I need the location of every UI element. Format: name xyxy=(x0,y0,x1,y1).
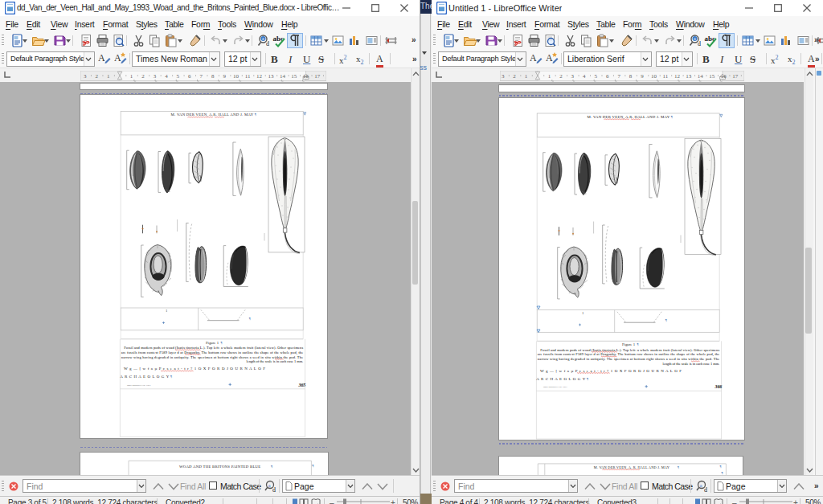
svg-text:365: 365 xyxy=(297,382,305,387)
svg-text:366: 366 xyxy=(714,384,722,389)
svg-text:¶: ¶ xyxy=(271,464,273,468)
svg-text:10: 10 xyxy=(651,73,657,80)
svg-text:10: 10 xyxy=(233,73,240,80)
svg-text:3: 3 xyxy=(84,73,87,80)
svg-text:9: 9 xyxy=(641,73,644,80)
svg-text:7: 7 xyxy=(200,73,203,80)
svg-text:8: 8 xyxy=(211,73,215,80)
svg-text:d: d xyxy=(698,40,701,47)
svg-text:14: 14 xyxy=(698,73,704,80)
svg-text:a: a xyxy=(700,482,703,489)
svg-text:2: 2 xyxy=(559,73,563,80)
svg-text:2: 2 xyxy=(96,73,99,80)
svg-text:1: 1 xyxy=(130,73,133,80)
svg-text:11: 11 xyxy=(663,73,669,80)
svg-text:9: 9 xyxy=(223,73,227,80)
svg-text:4: 4 xyxy=(583,73,586,80)
svg-text:d: d xyxy=(704,486,707,493)
svg-text:13: 13 xyxy=(268,73,275,80)
svg-text:1: 1 xyxy=(548,73,551,80)
svg-text:13: 13 xyxy=(686,73,692,80)
svg-text:3: 3 xyxy=(502,73,505,80)
svg-text:5: 5 xyxy=(595,73,598,80)
svg-text:16: 16 xyxy=(721,73,727,80)
svg-text:¶: ¶ xyxy=(312,463,314,467)
svg-text:12: 12 xyxy=(674,73,681,80)
svg-text:a: a xyxy=(694,36,696,41)
svg-text:15: 15 xyxy=(709,73,715,80)
svg-text:2: 2 xyxy=(142,73,145,80)
svg-text:3: 3 xyxy=(571,73,575,80)
svg-text:12: 12 xyxy=(256,73,263,80)
svg-text:5: 5 xyxy=(177,73,180,80)
svg-text:14: 14 xyxy=(280,73,286,80)
svg-text:3: 3 xyxy=(154,73,157,80)
svg-text:7: 7 xyxy=(617,73,620,80)
svg-text:A: A xyxy=(546,52,553,64)
svg-text:6: 6 xyxy=(188,73,191,80)
svg-text:A: A xyxy=(114,52,121,64)
svg-text:1: 1 xyxy=(525,73,528,80)
svg-text:¶: ¶ xyxy=(719,464,721,468)
svg-text:WOAD AND THE BRITONS PAINTED B: WOAD AND THE BRITONS PAINTED BLUE xyxy=(179,464,261,468)
svg-text:A: A xyxy=(530,52,537,64)
svg-text:16: 16 xyxy=(303,73,309,80)
svg-text:1: 1 xyxy=(107,73,110,80)
svg-text:2: 2 xyxy=(513,73,516,80)
svg-text:a: a xyxy=(262,36,264,41)
svg-text:A: A xyxy=(98,52,105,64)
svg-text:¶: ¶ xyxy=(678,465,679,469)
svg-text:d: d xyxy=(266,40,269,47)
svg-text:17: 17 xyxy=(732,73,739,80)
svg-text:d: d xyxy=(272,486,276,493)
svg-text:17: 17 xyxy=(315,73,321,80)
svg-text:4: 4 xyxy=(166,73,169,80)
svg-text:15: 15 xyxy=(292,73,298,80)
svg-text:¶: ¶ xyxy=(721,470,723,474)
svg-text:11: 11 xyxy=(245,73,251,80)
svg-text:a: a xyxy=(268,482,272,489)
svg-text:8: 8 xyxy=(629,73,633,80)
svg-text:6: 6 xyxy=(606,73,609,80)
